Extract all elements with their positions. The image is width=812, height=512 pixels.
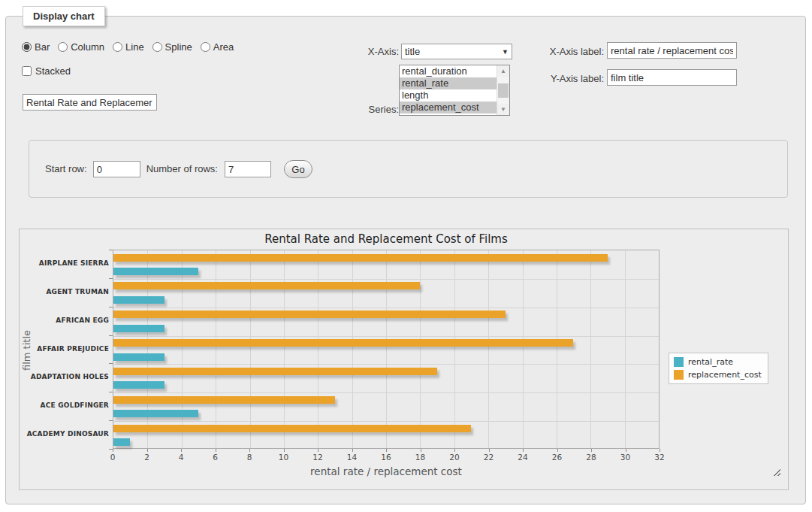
bar-rental_rate: [113, 438, 130, 446]
chart-type-option-column: Column: [58, 41, 104, 53]
gridline: [352, 250, 353, 448]
x-tick-label: 24: [504, 453, 542, 462]
chart-type-option-label: Line: [125, 41, 144, 53]
start-row-label: Start row:: [45, 163, 87, 175]
chart-type-radio-column[interactable]: [58, 42, 68, 52]
x-tick: [147, 449, 148, 452]
chart-title-input[interactable]: [23, 94, 157, 111]
start-row-input[interactable]: [93, 161, 140, 177]
gridline: [216, 250, 216, 448]
x-axis-label-label: X-Axis label:: [487, 46, 604, 58]
bar-replacement_cost: [113, 396, 335, 404]
bar-rental_rate: [113, 381, 165, 389]
go-button[interactable]: Go: [284, 160, 312, 178]
gridline: [113, 364, 659, 365]
panel-legend: Display chart: [23, 6, 105, 26]
x-tick-label: 4: [162, 453, 200, 462]
chart-type-radio-line[interactable]: [113, 42, 122, 52]
x-tick: [454, 449, 455, 452]
chart-type-radio-area[interactable]: [201, 42, 210, 52]
gridline: [590, 250, 591, 448]
bar-rental_rate: [113, 268, 198, 275]
chart-title: Rental Rate and Replacement Cost of Film…: [113, 232, 660, 246]
x-tick-label: 2: [128, 453, 166, 462]
number-of-rows-label: Number of rows:: [146, 163, 218, 175]
bar-rental_rate: [113, 296, 165, 304]
x-tick: [113, 449, 113, 452]
display-chart-panel: Display chart BarColumnLineSplineArea St…: [5, 16, 806, 504]
x-tick: [660, 449, 660, 452]
y-tick: [109, 335, 113, 336]
rows-panel: Start row: Number of rows: Go: [29, 140, 788, 198]
gridline: [113, 308, 659, 308]
chart-type-option-label: Bar: [35, 41, 50, 53]
stacked-checkbox[interactable]: [22, 66, 32, 76]
series-option[interactable]: rental_duration: [400, 65, 497, 77]
gridline: [523, 250, 524, 448]
gridline: [113, 336, 659, 337]
y-tick: [109, 449, 113, 450]
chart-type-option-label: Column: [71, 41, 104, 53]
bar-rental_rate: [113, 325, 165, 332]
chart-type-option-bar: Bar: [22, 41, 50, 53]
gridline: [557, 250, 557, 448]
x-tick-label: 20: [436, 453, 473, 462]
x-axis-label-input[interactable]: [607, 42, 737, 59]
x-tick-label: 0: [94, 453, 131, 462]
series-option[interactable]: replacement_cost: [400, 101, 497, 114]
chart-type-radio-spline[interactable]: [152, 42, 162, 52]
x-tick-label: 30: [607, 453, 644, 462]
scroll-down-icon[interactable]: ▼: [497, 104, 509, 115]
gridline: [113, 392, 659, 393]
x-tick-label: 26: [539, 453, 576, 462]
x-tick-label: 14: [334, 453, 371, 462]
bar-replacement_cost: [113, 339, 573, 347]
bar-replacement_cost: [113, 425, 471, 432]
x-tick-label: 12: [299, 453, 337, 462]
x-tick: [352, 449, 353, 452]
x-tick: [386, 449, 387, 452]
series-option[interactable]: length: [400, 89, 497, 101]
x-tick-label: 8: [231, 453, 268, 462]
y-category-label: ACE GOLDFINGER: [20, 392, 109, 420]
x-tick: [249, 449, 250, 452]
gridline: [420, 250, 421, 448]
y-tick: [109, 307, 113, 308]
legend-swatch-rental_rate: [674, 357, 684, 367]
gridline: [318, 250, 318, 448]
resize-handle-icon[interactable]: [771, 467, 780, 476]
chart-type-option-label: Area: [213, 41, 234, 53]
number-of-rows-input[interactable]: [225, 161, 271, 177]
gridline: [113, 279, 659, 280]
x-tick: [489, 449, 490, 452]
y-category-label: ADAPTATION HOLES: [20, 363, 109, 392]
gridline: [386, 250, 387, 448]
gridline: [625, 250, 626, 448]
chart-type-radio-group: BarColumnLineSplineArea: [22, 41, 234, 53]
bar-replacement_cost: [113, 254, 608, 262]
y-category-label: AGENT TRUMAN: [20, 278, 109, 307]
y-tick: [109, 363, 113, 364]
chart-type-option-label: Spline: [165, 41, 192, 53]
x-tick: [318, 449, 318, 452]
gridline: [284, 250, 285, 448]
x-tick: [181, 449, 182, 452]
x-tick: [523, 449, 524, 452]
bar-replacement_cost: [113, 311, 506, 318]
scrollbar-thumb[interactable]: [498, 83, 509, 98]
bar-rental_rate: [113, 410, 198, 417]
legend-item: rental_rate: [674, 357, 762, 367]
y-axis-label-input[interactable]: [607, 69, 737, 86]
x-tick-label: 22: [470, 453, 508, 462]
x-axis-select-label: X-Axis:: [336, 46, 399, 58]
x-tick-label: 18: [402, 453, 439, 462]
x-axis-title: rental rate / replacement cost: [113, 465, 660, 477]
legend-label: rental_rate: [688, 357, 733, 367]
series-option[interactable]: rental_rate: [400, 77, 497, 89]
y-category-label: ACADEMY DINOSAUR: [20, 420, 109, 449]
stacked-label: Stacked: [35, 65, 71, 77]
gridline: [488, 250, 489, 448]
y-tick: [109, 278, 113, 279]
chart-type-radio-bar[interactable]: [22, 42, 32, 52]
chart-container: Rental Rate and Replacement Cost of Film…: [19, 229, 789, 490]
